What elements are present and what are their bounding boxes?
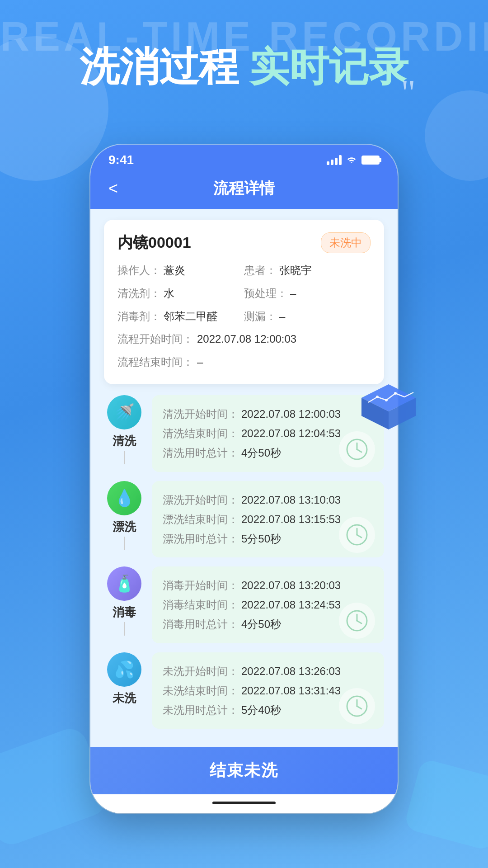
pretreat-value: –: [290, 284, 296, 303]
status-bar: 9:41: [90, 145, 398, 172]
step-row-value: 2022.07.08 13:20:03: [241, 576, 341, 595]
end-button[interactable]: 结束未洗: [90, 747, 398, 794]
nav-bar: < 流程详情: [90, 172, 398, 209]
step-left-disinfect: 🧴 消毒: [104, 566, 145, 637]
svg-line-5: [357, 535, 361, 538]
step-row-value: 2022.07.08 13:10:03: [241, 490, 341, 509]
wifi-icon: [346, 156, 357, 164]
step-row-label: 未洗结束时间：: [163, 681, 239, 700]
back-button[interactable]: <: [108, 179, 118, 198]
step-row-label: 未洗用时总计：: [163, 700, 239, 720]
step-label-disinfect: 消毒: [113, 604, 136, 620]
pretreat-row: 预处理： –: [244, 284, 371, 303]
patient-row: 患者： 张晓宇: [244, 261, 371, 280]
step-row-value: 2022.07.08 12:00:03: [241, 404, 341, 424]
step-row: 清洗开始时间： 2022.07.08 12:00:03: [163, 404, 373, 424]
operator-row: 操作人： 薏炎: [117, 261, 244, 280]
step-row: 未洗开始时间： 2022.07.08 13:26:03: [163, 661, 373, 681]
svg-point-17: [376, 396, 379, 398]
step-label-rinse: 漂洗: [113, 519, 136, 535]
hero-title-part1: 洗消过程: [80, 44, 239, 89]
svg-line-2: [357, 449, 361, 452]
process-list: 🚿 清洗 清洗开始时间： 2022.07.08 12:00:03 清洗结束时间：…: [104, 395, 384, 738]
clock-bg-disinfect: [339, 603, 375, 639]
step-row-value: 4分50秒: [241, 443, 281, 462]
svg-line-8: [357, 621, 361, 623]
leak-label: 测漏：: [244, 307, 277, 326]
status-time: 9:41: [108, 153, 134, 167]
signal-bars-icon: [327, 155, 342, 165]
step-label-clean: 清洗: [113, 433, 136, 449]
step-row-label: 漂洗用时总计：: [163, 529, 239, 548]
start-time-label: 流程开始时间：: [117, 330, 193, 349]
cleaner-label: 清洗剂：: [117, 284, 161, 303]
status-badge: 未洗中: [321, 232, 371, 253]
clock-icon-disinfect: [345, 609, 369, 632]
step-connector: [124, 537, 125, 550]
step-connector: [124, 622, 125, 636]
process-step-clean: 🚿 清洗 清洗开始时间： 2022.07.08 12:00:03 清洗结束时间：…: [104, 395, 384, 481]
step-row-label: 消毒开始时间：: [163, 576, 239, 595]
step-row-label: 消毒用时总计：: [163, 614, 239, 634]
process-step-disinfect: 🧴 消毒 消毒开始时间： 2022.07.08 13:20:03 消毒结束时间：…: [104, 566, 384, 652]
step-row-value: 5分40秒: [241, 700, 281, 720]
start-time-value: 2022.07.08 12:00:03: [197, 330, 296, 349]
content-area: 内镜00001 未洗中 操作人： 薏炎 患者： 张晓宇 清洗剂： 水: [90, 209, 398, 747]
disinfectant-value: 邻苯二甲醛: [164, 307, 218, 326]
step-row-value: 2022.07.08 13:15:53: [241, 509, 341, 529]
clock-bg-final: [339, 688, 375, 724]
svg-line-11: [357, 706, 361, 709]
home-bar: [212, 802, 276, 804]
step-row: 消毒开始时间： 2022.07.08 13:20:03: [163, 576, 373, 595]
bg-shape-right: [404, 758, 488, 851]
process-step-final: 💦 未洗 未洗开始时间： 2022.07.08 13:26:03 未洗结束时间：…: [104, 652, 384, 738]
svg-point-16: [394, 392, 397, 395]
step-row-label: 漂洗开始时间：: [163, 490, 239, 509]
clock-bg-clean: [339, 431, 375, 467]
step-row-value: 5分50秒: [241, 529, 281, 548]
status-icons: [327, 155, 380, 165]
leak-row: 测漏： –: [244, 307, 371, 326]
step-row-label: 未洗开始时间：: [163, 661, 239, 681]
clock-icon-final: [345, 694, 369, 718]
battery-icon: [361, 156, 380, 165]
step-left-clean: 🚿 清洗: [104, 395, 145, 466]
step-icon-rinse: 💧: [107, 481, 141, 515]
step-row: 漂洗开始时间： 2022.07.08 13:10:03: [163, 490, 373, 509]
leak-value: –: [279, 307, 285, 326]
step-row-label: 消毒结束时间：: [163, 595, 239, 614]
operator-value: 薏炎: [164, 261, 185, 280]
hero-section: 洗消过程 实时记录 ": [0, 45, 488, 89]
operator-label: 操作人：: [117, 261, 161, 280]
scope-id: 内镜00001: [117, 232, 191, 253]
info-card: 内镜00001 未洗中 操作人： 薏炎 患者： 张晓宇 清洗剂： 水: [104, 220, 384, 384]
step-card-rinse: 漂洗开始时间： 2022.07.08 13:10:03 漂洗结束时间： 2022…: [152, 481, 384, 558]
step-card-disinfect: 消毒开始时间： 2022.07.08 13:20:03 消毒结束时间： 2022…: [152, 566, 384, 643]
process-step-rinse: 💧 漂洗 漂洗开始时间： 2022.07.08 13:10:03 漂洗结束时间：…: [104, 481, 384, 567]
step-row-label: 清洗开始时间：: [163, 404, 239, 424]
quote-mark: ": [401, 72, 416, 113]
step-card-final: 未洗开始时间： 2022.07.08 13:26:03 未洗结束时间： 2022…: [152, 652, 384, 729]
end-time-value: –: [197, 353, 203, 372]
cleaner-row: 清洗剂： 水: [117, 284, 244, 303]
info-grid: 操作人： 薏炎 患者： 张晓宇 清洗剂： 水 预处理： –: [117, 261, 371, 372]
clock-icon-rinse: [345, 523, 369, 547]
patient-value: 张晓宇: [279, 261, 312, 280]
info-card-header: 内镜00001 未洗中: [117, 232, 371, 253]
step-label-final: 未洗: [113, 690, 136, 706]
phone-wrapper: 9:41 < 流程详情: [90, 145, 398, 813]
end-time-row: 流程结束时间： –: [117, 353, 371, 372]
step-row-label: 漂洗结束时间：: [163, 509, 239, 529]
step-icon-final: 💦: [107, 652, 141, 687]
svg-point-15: [385, 399, 388, 401]
step-row-label: 清洗结束时间：: [163, 424, 239, 443]
step-row-value: 2022.07.08 13:31:43: [241, 681, 341, 700]
clock-icon-clean: [345, 438, 369, 461]
disinfectant-row: 消毒剂： 邻苯二甲醛: [117, 307, 244, 326]
step-card-clean: 清洗开始时间： 2022.07.08 12:00:03 清洗结束时间： 2022…: [152, 395, 384, 472]
home-indicator: [90, 794, 398, 813]
step-row-value: 2022.07.08 13:26:03: [241, 661, 341, 681]
disinfectant-label: 消毒剂：: [117, 307, 161, 326]
step-row-label: 清洗用时总计：: [163, 443, 239, 462]
chart-decoration: [352, 380, 425, 434]
